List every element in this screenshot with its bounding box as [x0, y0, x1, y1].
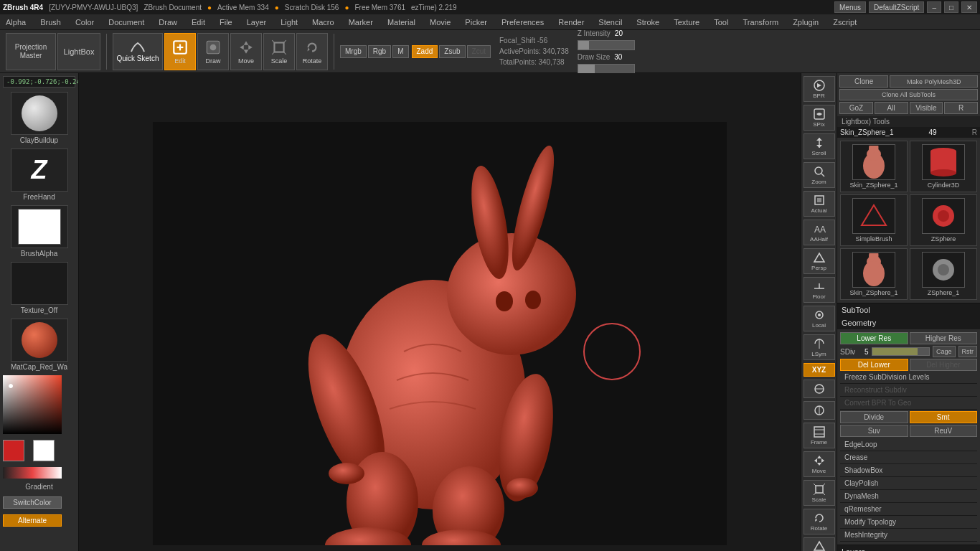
layers-header[interactable]: Layers: [837, 545, 980, 551]
menu-item-material[interactable]: Material: [385, 17, 418, 28]
goz-button[interactable]: GoZ: [839, 102, 873, 114]
mesh-item-3[interactable]: ZSphere: [910, 194, 977, 246]
sdiv-slider[interactable]: [872, 347, 930, 356]
scroll-button[interactable]: Scroll: [804, 133, 835, 159]
menu-item-texture[interactable]: Texture: [671, 17, 702, 28]
clone-button[interactable]: Clone: [839, 75, 888, 88]
crease-button[interactable]: Crease: [840, 451, 977, 464]
clone-all-subtools-button[interactable]: Clone All SubTools: [839, 89, 978, 100]
menu-item-edit[interactable]: Edit: [189, 17, 208, 28]
menu-item-light[interactable]: Light: [278, 17, 301, 28]
menu-item-transform[interactable]: Transform: [740, 17, 781, 28]
menu-item-file[interactable]: File: [217, 17, 235, 28]
menu-item-zscript[interactable]: Zscript: [830, 17, 859, 28]
claybuildup-item[interactable]: ClayBuildup: [3, 92, 75, 144]
texture-item[interactable]: Texture_Off: [3, 262, 75, 314]
menu-item-stroke[interactable]: Stroke: [633, 17, 662, 28]
sym2-button[interactable]: [804, 401, 835, 420]
scale-button[interactable]: Scale: [263, 33, 295, 70]
menu-item-brush[interactable]: Brush: [37, 17, 64, 28]
modify-topology-button[interactable]: Modify Topology: [840, 516, 977, 529]
reuv-button[interactable]: ReuV: [910, 425, 978, 437]
freeze-button[interactable]: Freeze SubDivision Levels: [840, 371, 977, 384]
menu-item-marker[interactable]: Marker: [346, 17, 376, 28]
del-lower-button[interactable]: Del Lower: [840, 359, 908, 371]
divide-button[interactable]: Divide: [840, 411, 908, 423]
polyf-button[interactable]: PolyF: [804, 537, 835, 551]
subtool-header[interactable]: SubTool: [837, 303, 980, 316]
sym1-button[interactable]: [804, 380, 835, 398]
fg-color[interactable]: [3, 440, 24, 461]
menu-item-preferences[interactable]: Preferences: [499, 17, 547, 28]
menu-item-stencil[interactable]: Stencil: [595, 17, 625, 28]
frame-button[interactable]: Frame: [804, 423, 835, 448]
persp-button[interactable]: Persp: [804, 248, 835, 274]
menu-item-zplugin[interactable]: Zplugin: [790, 17, 821, 28]
reconstruct-button[interactable]: Reconstruct Subdiv: [840, 384, 977, 397]
switch-color-button[interactable]: SwitchColor: [3, 496, 62, 509]
maximize-button[interactable]: □: [944, 1, 958, 13]
menu-item-layer[interactable]: Layer: [244, 17, 270, 28]
rotate-button[interactable]: Rotate: [296, 33, 328, 70]
move-button[interactable]: Move: [230, 33, 262, 70]
edit-button[interactable]: Edit: [164, 33, 196, 70]
edgeloop-button[interactable]: EdgeLoop: [840, 438, 977, 451]
menu-item-document[interactable]: Document: [105, 17, 147, 28]
claypolish-button[interactable]: ClayPolish: [840, 477, 977, 490]
lower-res-button[interactable]: Lower Res: [840, 332, 908, 344]
freehand-item[interactable]: Z FreeHand: [3, 149, 75, 201]
zcut-button[interactable]: Zcut: [467, 45, 491, 58]
mesh-item-5[interactable]: ZSphere_1: [910, 248, 977, 300]
smt-button[interactable]: Smt: [910, 411, 978, 423]
default-zscript-button[interactable]: DefaultZScript: [869, 1, 924, 13]
zadd-button[interactable]: Zadd: [412, 45, 438, 58]
r-button[interactable]: R: [944, 102, 978, 114]
actual-button[interactable]: Actual: [804, 191, 835, 217]
scale-side-button[interactable]: Scale: [804, 480, 835, 506]
projection-master-button[interactable]: Projection Master: [6, 33, 56, 70]
mesh-integrity-button[interactable]: MeshIntegrity: [840, 529, 977, 542]
zoom-button[interactable]: Zoom: [804, 162, 835, 188]
all-button[interactable]: All: [875, 102, 908, 114]
mesh-item-1[interactable]: Cylinder3D: [910, 141, 977, 192]
alternate-button[interactable]: Alternate: [3, 514, 62, 527]
menu-item-movie[interactable]: Movie: [427, 17, 453, 28]
mrgb-button[interactable]: Mrgb: [340, 45, 367, 58]
brushalpha-item[interactable]: BrushAlpha: [3, 205, 75, 258]
suv-button[interactable]: Suv: [840, 425, 908, 437]
bpr-button[interactable]: BPR: [804, 76, 835, 102]
mesh-item-4[interactable]: Skin_ZSphere_1: [840, 248, 908, 300]
del-higher-button[interactable]: Del Higher: [910, 359, 978, 371]
floor-button[interactable]: Floor: [804, 277, 835, 303]
menus-button[interactable]: Menus: [834, 1, 866, 13]
close-button[interactable]: ✕: [961, 1, 977, 13]
menu-item-alpha[interactable]: Alpha: [3, 17, 29, 28]
higher-res-button[interactable]: Higher Res: [910, 332, 978, 344]
lightbox-button[interactable]: LightBox: [57, 33, 100, 70]
rotate-side-button[interactable]: Rotate: [804, 509, 835, 534]
visible-button[interactable]: Visible: [910, 102, 943, 114]
make-polymesh-button[interactable]: Make PolyMesh3D: [890, 75, 978, 88]
menu-item-tool[interactable]: Tool: [711, 17, 731, 28]
menu-item-picker[interactable]: Picker: [462, 17, 490, 28]
quick-sketch-button[interactable]: Quick Sketch: [113, 33, 163, 70]
local-button[interactable]: Local: [804, 306, 835, 331]
z-intensity-slider[interactable]: [578, 40, 635, 50]
bg-color[interactable]: [33, 440, 55, 461]
matcap-item[interactable]: MatCap_Red_Wa: [3, 319, 75, 371]
cage-button[interactable]: Cage: [933, 346, 956, 357]
rstr-button[interactable]: Rstr: [958, 346, 978, 357]
xyz-button[interactable]: XYZ: [804, 363, 835, 377]
mesh-item-0[interactable]: Skin_ZSphere_1: [840, 141, 908, 192]
lsym-button[interactable]: LSym: [804, 334, 835, 360]
draw-button[interactable]: Draw: [197, 33, 229, 70]
minimize-button[interactable]: –: [927, 1, 941, 13]
dynamesh-button[interactable]: DynaMesh: [840, 490, 977, 503]
shadowbox-button[interactable]: ShadowBox: [840, 464, 977, 477]
menu-item-draw[interactable]: Draw: [156, 17, 180, 28]
aahalf-button[interactable]: AA AAHalf: [804, 220, 835, 245]
mesh-item-2[interactable]: SimpleBrush: [840, 194, 908, 246]
zsub-button[interactable]: Zsub: [439, 45, 465, 58]
m-button[interactable]: M: [392, 45, 408, 58]
menu-item-color[interactable]: Color: [72, 17, 97, 28]
